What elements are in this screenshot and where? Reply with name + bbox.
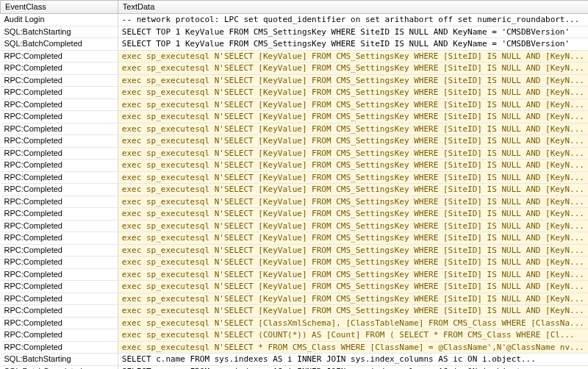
cell-eventclass: RPC:Completed xyxy=(1,74,118,87)
cell-textdata: exec sp_executesql N'SELECT [KeyValue] F… xyxy=(118,305,588,318)
cell-eventclass: RPC:Completed xyxy=(1,220,118,232)
cell-textdata: SELECT TOP 1 KeyValue FROM CMS_SettingsK… xyxy=(118,26,588,38)
cell-eventclass: RPC:Completed xyxy=(1,147,118,160)
cell-textdata: SELECT c.name FROM sys.indexes AS i INNE… xyxy=(118,354,588,366)
table-row[interactable]: RPC:Completedexec sp_executesql N'SELECT… xyxy=(1,341,589,354)
cell-textdata: exec sp_executesql N'SELECT [KeyValue] F… xyxy=(118,98,588,111)
cell-textdata: exec sp_executesql N'SELECT [KeyValue] F… xyxy=(118,293,588,305)
table-row[interactable]: RPC:Completedexec sp_executesql N'SELECT… xyxy=(1,98,589,111)
cell-textdata: exec sp_executesql N'SELECT [KeyValue] F… xyxy=(118,257,588,269)
cell-textdata: exec sp_executesql N'SELECT [KeyValue] F… xyxy=(118,135,588,148)
table-row[interactable]: RPC:Completedexec sp_executesql N'SELECT… xyxy=(1,160,589,172)
cell-textdata: exec sp_executesql N'SELECT [KeyValue] F… xyxy=(118,268,588,281)
cell-eventclass: SQL:BatchCompleted xyxy=(1,365,118,369)
grid-header-row: EventClass TextData xyxy=(1,1,589,14)
cell-eventclass: RPC:Completed xyxy=(1,244,118,257)
cell-textdata: SELECT c.name FROM sys.indexes AS i INNE… xyxy=(118,365,588,369)
table-row[interactable]: RPC:Completedexec sp_executesql N'SELECT… xyxy=(1,135,589,148)
table-row[interactable]: RPC:Completedexec sp_executesql N'SELECT… xyxy=(1,232,589,245)
cell-eventclass: RPC:Completed xyxy=(1,196,118,208)
cell-textdata: exec sp_executesql N'SELECT [KeyValue] F… xyxy=(118,87,588,99)
table-row[interactable]: RPC:Completedexec sp_executesql N'SELECT… xyxy=(1,171,589,184)
cell-textdata: SELECT TOP 1 KeyValue FROM CMS_SettingsK… xyxy=(118,38,588,51)
cell-textdata: exec sp_executesql N'SELECT [ClassXmlSch… xyxy=(118,317,588,329)
table-row[interactable]: RPC:Completedexec sp_executesql N'SELECT… xyxy=(1,208,589,221)
cell-eventclass: RPC:Completed xyxy=(1,87,118,99)
table-row[interactable]: RPC:Completedexec sp_executesql N'SELECT… xyxy=(1,220,589,232)
table-row[interactable]: RPC:Completedexec sp_executesql N'SELECT… xyxy=(1,50,589,62)
table-row[interactable]: RPC:Completedexec sp_executesql N'SELECT… xyxy=(1,257,589,269)
cell-eventclass: RPC:Completed xyxy=(1,317,118,329)
cell-eventclass: SQL:BatchStarting xyxy=(1,354,118,366)
cell-textdata: exec sp_executesql N'SELECT [KeyValue] F… xyxy=(118,62,588,75)
cell-eventclass: RPC:Completed xyxy=(1,111,118,123)
cell-eventclass: RPC:Completed xyxy=(1,123,118,135)
table-row[interactable]: RPC:Completedexec sp_executesql N'SELECT… xyxy=(1,196,589,208)
cell-textdata: exec sp_executesql N'SELECT [KeyValue] F… xyxy=(118,196,588,208)
table-row[interactable]: RPC:Completedexec sp_executesql N'SELECT… xyxy=(1,147,589,160)
cell-eventclass: RPC:Completed xyxy=(1,160,118,172)
table-row[interactable]: SQL:BatchCompletedSELECT TOP 1 KeyValue … xyxy=(1,38,589,51)
column-header-textdata[interactable]: TextData xyxy=(118,1,588,14)
cell-textdata: exec sp_executesql N'SELECT [KeyValue] F… xyxy=(118,74,588,87)
trace-grid[interactable]: EventClass TextData Audit Login-- networ… xyxy=(0,0,588,369)
cell-textdata: exec sp_executesql N'SELECT (COUNT(*)) A… xyxy=(118,329,588,342)
table-row[interactable]: SQL:BatchStarting SELECT c.name FROM sys… xyxy=(1,354,589,366)
cell-textdata: exec sp_executesql N'SELECT [KeyValue] F… xyxy=(118,232,588,245)
cell-textdata: exec sp_executesql N'SELECT [KeyValue] F… xyxy=(118,244,588,257)
cell-eventclass: RPC:Completed xyxy=(1,98,118,111)
cell-eventclass: RPC:Completed xyxy=(1,62,118,75)
cell-eventclass: RPC:Completed xyxy=(1,305,118,318)
cell-textdata: exec sp_executesql N'SELECT [KeyValue] F… xyxy=(118,147,588,160)
table-row[interactable]: RPC:Completedexec sp_executesql N'SELECT… xyxy=(1,111,589,123)
cell-eventclass: RPC:Completed xyxy=(1,208,118,221)
cell-eventclass: Audit Login xyxy=(1,14,118,26)
table-row[interactable]: RPC:Completedexec sp_executesql N'SELECT… xyxy=(1,305,589,318)
cell-eventclass: RPC:Completed xyxy=(1,232,118,245)
table-row[interactable]: RPC:Completedexec sp_executesql N'SELECT… xyxy=(1,281,589,293)
cell-textdata: exec sp_executesql N'SELECT [KeyValue] F… xyxy=(118,50,588,62)
cell-textdata: exec sp_executesql N'SELECT [KeyValue] F… xyxy=(118,281,588,293)
cell-eventclass: RPC:Completed xyxy=(1,184,118,196)
table-row[interactable]: RPC:Completedexec sp_executesql N'SELECT… xyxy=(1,268,589,281)
cell-eventclass: RPC:Completed xyxy=(1,171,118,184)
cell-eventclass: RPC:Completed xyxy=(1,341,118,354)
table-row[interactable]: RPC:Completedexec sp_executesql N'SELECT… xyxy=(1,293,589,305)
cell-eventclass: RPC:Completed xyxy=(1,293,118,305)
cell-textdata: exec sp_executesql N'SELECT [KeyValue] F… xyxy=(118,220,588,232)
cell-textdata: exec sp_executesql N'SELECT [KeyValue] F… xyxy=(118,123,588,135)
column-header-eventclass[interactable]: EventClass xyxy=(1,1,118,14)
cell-eventclass: RPC:Completed xyxy=(1,281,118,293)
cell-textdata: exec sp_executesql N'SELECT [KeyValue] F… xyxy=(118,111,588,123)
cell-eventclass: SQL:BatchCompleted xyxy=(1,38,118,51)
table-row[interactable]: RPC:Completedexec sp_executesql N'SELECT… xyxy=(1,74,589,87)
table-row[interactable]: RPC:Completedexec sp_executesql N'SELECT… xyxy=(1,329,589,342)
cell-textdata: exec sp_executesql N'SELECT [KeyValue] F… xyxy=(118,208,588,221)
cell-textdata: exec sp_executesql N'SELECT * FROM CMS_C… xyxy=(118,341,588,354)
cell-textdata: exec sp_executesql N'SELECT [KeyValue] F… xyxy=(118,184,588,196)
table-row[interactable]: RPC:Completedexec sp_executesql N'SELECT… xyxy=(1,244,589,257)
cell-eventclass: SQL:BatchStarting xyxy=(1,26,118,38)
table-row[interactable]: SQL:BatchStartingSELECT TOP 1 KeyValue F… xyxy=(1,26,589,38)
cell-eventclass: RPC:Completed xyxy=(1,329,118,342)
cell-eventclass: RPC:Completed xyxy=(1,268,118,281)
cell-textdata: exec sp_executesql N'SELECT [KeyValue] F… xyxy=(118,171,588,184)
cell-eventclass: RPC:Completed xyxy=(1,257,118,269)
table-row[interactable]: RPC:Completedexec sp_executesql N'SELECT… xyxy=(1,62,589,75)
table-row[interactable]: RPC:Completedexec sp_executesql N'SELECT… xyxy=(1,123,589,135)
table-row[interactable]: RPC:Completedexec sp_executesql N'SELECT… xyxy=(1,317,589,329)
table-row[interactable]: SQL:BatchCompleted SELECT c.name FROM sy… xyxy=(1,365,589,369)
cell-textdata: -- network protocol: LPC set quoted_iden… xyxy=(118,14,588,26)
table-row[interactable]: RPC:Completedexec sp_executesql N'SELECT… xyxy=(1,87,589,99)
table-row[interactable]: Audit Login-- network protocol: LPC set … xyxy=(1,14,589,26)
cell-eventclass: RPC:Completed xyxy=(1,50,118,62)
cell-eventclass: RPC:Completed xyxy=(1,135,118,148)
table-row[interactable]: RPC:Completedexec sp_executesql N'SELECT… xyxy=(1,184,589,196)
cell-textdata: exec sp_executesql N'SELECT [KeyValue] F… xyxy=(118,160,588,172)
